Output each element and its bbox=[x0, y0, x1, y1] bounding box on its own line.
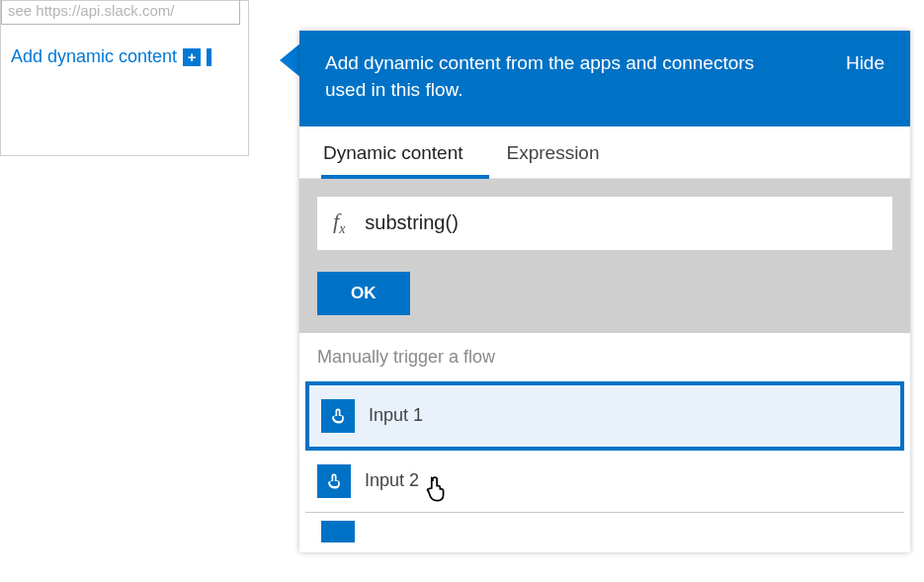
list-item-label: Input 1 bbox=[369, 405, 423, 426]
source-card: see https://api.slack.com/ Add dynamic c… bbox=[0, 0, 249, 156]
partial-item-icon bbox=[321, 521, 355, 542]
plus-bar-icon bbox=[207, 48, 211, 66]
dynamic-content-panel: Add dynamic content from the apps and co… bbox=[299, 31, 910, 552]
hide-button[interactable]: Hide bbox=[846, 50, 884, 103]
tabs: Dynamic content Expression bbox=[299, 126, 910, 179]
touch-icon bbox=[321, 399, 355, 433]
ok-button[interactable]: OK bbox=[317, 272, 410, 315]
trigger-section-label: Manually trigger a flow bbox=[299, 333, 910, 381]
expression-text: substring() bbox=[365, 211, 458, 234]
list-item-label: Input 2 bbox=[365, 470, 419, 491]
expression-input[interactable]: fx substring() bbox=[317, 197, 892, 249]
panel-header: Add dynamic content from the apps and co… bbox=[299, 31, 910, 126]
touch-icon bbox=[317, 464, 351, 498]
tab-dynamic-content[interactable]: Dynamic content bbox=[323, 142, 463, 178]
tab-underline bbox=[321, 175, 489, 179]
callout-pointer-icon bbox=[280, 42, 301, 78]
url-input[interactable]: see https://api.slack.com/ bbox=[1, 0, 240, 25]
tab-expression[interactable]: Expression bbox=[507, 142, 600, 178]
list-item-input-1[interactable]: Input 1 bbox=[305, 381, 904, 451]
add-dynamic-row[interactable]: Add dynamic content + bbox=[1, 46, 248, 67]
add-dynamic-link[interactable]: Add dynamic content bbox=[11, 46, 177, 67]
list-item-input-2[interactable]: Input 2 bbox=[305, 451, 904, 513]
items-wrapper: Input 1 Input 2 bbox=[299, 381, 910, 552]
plus-icon[interactable]: + bbox=[183, 48, 201, 66]
panel-header-text: Add dynamic content from the apps and co… bbox=[325, 50, 799, 103]
expression-section: fx substring() OK bbox=[299, 179, 910, 332]
fx-icon: fx bbox=[333, 208, 345, 237]
